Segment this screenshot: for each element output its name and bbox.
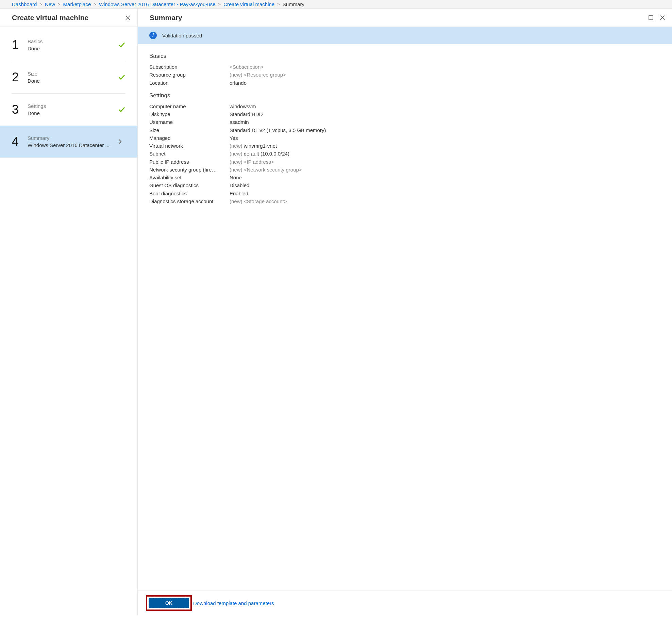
property-key: Virtual network (149, 142, 230, 150)
step-label: Size (28, 71, 118, 77)
step-number: 2 (12, 70, 28, 84)
validation-banner: i Validation passed (138, 27, 672, 44)
property-row: Disk typeStandard HDD (149, 110, 660, 118)
step-status: Windows Server 2016 Datacenter ... (28, 142, 117, 148)
section-heading: Basics (149, 53, 660, 60)
check-icon (118, 41, 125, 49)
breadcrumb: Dashboard>New>Marketplace>Windows Server… (0, 0, 672, 9)
property-row: Usernameasadmin (149, 118, 660, 126)
property-value-text: winvmrg1-vnet (244, 143, 277, 149)
summary-body: BasicsSubscription<Subscription>Resource… (138, 44, 672, 590)
property-value-text: <Network security group> (244, 167, 302, 173)
chevron-right-icon (117, 139, 123, 144)
wizard-step[interactable]: 1BasicsDone (12, 29, 125, 61)
property-value: windowsvm (230, 102, 256, 110)
property-key: Location (149, 79, 230, 87)
property-value-text: <Subscription> (230, 64, 264, 70)
breadcrumb-item[interactable]: New (45, 1, 55, 7)
property-value-text: <Resource group> (244, 72, 286, 78)
ok-highlight: OK (146, 595, 192, 611)
step-status: Done (28, 110, 118, 116)
property-value-text: default (10.0.0.0/24) (244, 151, 289, 157)
property-key: Resource group (149, 71, 230, 79)
property-value-text: Yes (230, 135, 238, 141)
step-text: SettingsDone (28, 103, 118, 116)
step-status: Done (28, 78, 118, 84)
summary-footer: OK Download template and parameters (138, 590, 672, 616)
property-key: Size (149, 126, 230, 134)
info-icon: i (149, 32, 157, 39)
step-number: 4 (12, 134, 28, 149)
property-row: Subnet(new) default (10.0.0.0/24) (149, 150, 660, 158)
property-value-text: Standard D1 v2 (1 vcpus, 3.5 GB memory) (230, 127, 326, 133)
property-value-text: asadmin (230, 119, 249, 125)
step-number: 3 (12, 102, 28, 117)
close-icon[interactable] (660, 15, 665, 20)
new-prefix: (new) (230, 159, 244, 165)
section-heading: Settings (149, 92, 660, 99)
property-value: (new) <Network security group> (230, 166, 302, 174)
property-row: Subscription<Subscription> (149, 63, 660, 71)
property-row: Diagnostics storage account(new) <Storag… (149, 197, 660, 205)
property-value-text: Disabled (230, 182, 249, 188)
close-icon[interactable] (125, 15, 131, 20)
breadcrumb-item[interactable]: Marketplace (63, 1, 91, 7)
check-icon (118, 106, 125, 113)
property-row: ManagedYes (149, 134, 660, 142)
property-value: (new) <IP address> (230, 158, 274, 166)
step-status: Done (28, 46, 118, 51)
new-prefix: (new) (230, 198, 244, 204)
new-prefix: (new) (230, 143, 244, 149)
new-prefix: (new) (230, 151, 244, 157)
property-row: Guest OS diagnosticsDisabled (149, 181, 660, 189)
property-value-text: None (230, 175, 242, 180)
property-value-text: Enabled (230, 191, 248, 196)
step-label: Summary (28, 135, 117, 141)
property-row: Virtual network(new) winvmrg1-vnet (149, 142, 660, 150)
property-value: (new) default (10.0.0.0/24) (230, 150, 289, 158)
wizard-steps: 1BasicsDone2SizeDone3SettingsDone4Summar… (0, 29, 137, 158)
chevron-right-icon: > (277, 2, 280, 7)
property-key: Subnet (149, 150, 230, 158)
wizard-step[interactable]: 4SummaryWindows Server 2016 Datacenter .… (0, 126, 137, 158)
property-value-text: orlando (230, 80, 247, 86)
wizard-header: Create virtual machine (0, 9, 137, 27)
property-value: Standard D1 v2 (1 vcpus, 3.5 GB memory) (230, 126, 326, 134)
ok-button[interactable]: OK (149, 598, 189, 608)
property-value: (new) <Storage account> (230, 197, 287, 205)
summary-title: Summary (150, 14, 182, 22)
step-number: 1 (12, 38, 28, 52)
chevron-right-icon: > (218, 2, 221, 7)
wizard-step[interactable]: 3SettingsDone (12, 93, 125, 126)
property-value: Disabled (230, 181, 249, 189)
breadcrumb-item[interactable]: Dashboard (12, 1, 37, 7)
property-row: Network security group (fire…(new) <Netw… (149, 166, 660, 174)
wizard-title: Create virtual machine (12, 14, 88, 22)
property-key: Disk type (149, 110, 230, 118)
property-row: Availability setNone (149, 174, 660, 181)
property-key: Boot diagnostics (149, 190, 230, 197)
wizard-footer (0, 592, 137, 616)
step-text: SizeDone (28, 71, 118, 84)
breadcrumb-item: Summary (283, 1, 304, 7)
chevron-right-icon: > (94, 2, 96, 7)
property-value: (new) <Resource group> (230, 71, 286, 79)
breadcrumb-item[interactable]: Create virtual machine (223, 1, 274, 7)
property-row: Public IP address(new) <IP address> (149, 158, 660, 166)
wizard-step[interactable]: 2SizeDone (12, 61, 125, 93)
property-row: Locationorlando (149, 79, 660, 87)
property-value-text: <IP address> (244, 159, 274, 165)
property-key: Network security group (fire… (149, 166, 230, 174)
maximize-icon[interactable] (648, 15, 654, 20)
property-value: Yes (230, 134, 238, 142)
property-value: None (230, 174, 242, 181)
property-key: Guest OS diagnostics (149, 181, 230, 189)
breadcrumb-item[interactable]: Windows Server 2016 Datacenter - Pay-as-… (99, 1, 216, 7)
step-text: BasicsDone (28, 38, 118, 51)
wizard-pane: Create virtual machine 1BasicsDone2SizeD… (0, 9, 138, 616)
property-key: Subscription (149, 63, 230, 71)
download-template-link[interactable]: Download template and parameters (193, 600, 274, 606)
summary-pane: Summary i Validation passed BasicsSubscr… (138, 9, 672, 616)
property-value: <Subscription> (230, 63, 264, 71)
property-value: (new) winvmrg1-vnet (230, 142, 277, 150)
